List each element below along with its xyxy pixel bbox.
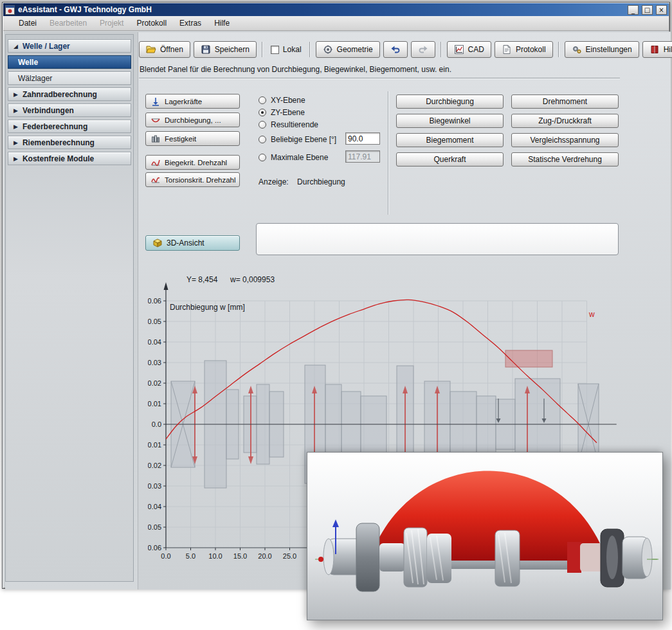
sidebar-section-kostenfreie-module[interactable]: ▶ Kostenfreie Module [8,152,131,165]
bearing-forces-icon [150,96,161,107]
radio-resultierende[interactable]: Resultierende [259,120,318,129]
maximize-button[interactable]: □ [642,5,653,15]
sidebar-section-riemenberechnung[interactable]: ▶ Riemenberechnung [8,136,131,149]
svg-text:0.01: 0.01 [148,400,161,408]
settings-gears-icon [572,44,582,55]
protokoll-button[interactable]: Protokoll [495,41,553,58]
undo-button[interactable] [383,41,408,58]
menu-item-projekt: Projekt [100,19,123,28]
result-button-biegewinkel[interactable]: Biegewinkel [396,114,504,128]
sidebar-section-label: Verbindungen [23,106,74,115]
durchbiegung-button[interactable]: Durchbiegung, ... [145,113,240,127]
protokoll-button-label: Protokoll [516,45,546,54]
menu-item-hilfe[interactable]: Hilfe [214,19,230,28]
shaft-disc [356,523,379,591]
menu-item-protokoll[interactable]: Protokoll [136,19,167,28]
sidebar-section-label: Zahnradberechnung [23,90,97,99]
toolbar-separator [309,42,311,57]
navigation-sidebar: ◢ Welle / Lager Welle Wälzlager ▶ Zahnra… [5,34,134,582]
strength-bars-icon [150,134,161,144]
cad-button-label: CAD [468,45,484,54]
lagerkraefte-button[interactable]: Lagerkräfte [145,94,240,109]
radio-maximale-ebene[interactable]: Maximale Ebene [259,153,328,162]
sidebar-section-verbindungen[interactable]: ▶ Verbindungen [8,104,131,117]
undo-icon [390,44,401,55]
horizontal-separator [139,78,620,79]
svg-text:20.0: 20.0 [258,552,271,560]
result-label: Biegewinkel [429,116,470,125]
sidebar-item-welle[interactable]: Welle [8,55,131,69]
sidebar-section-federberechnung[interactable]: ▶ Federberechnung [8,120,131,133]
empty-message-panel [256,223,619,255]
durchbiegung-label: Durchbiegung, ... [165,116,221,124]
result-button-drehmoment[interactable]: Drehmoment [511,94,619,109]
collapsed-indicator-icon: ▶ [14,91,18,98]
open-folder-icon [146,44,156,55]
status-hint-text: Blendet Panel für die Berechnung von Dur… [140,65,451,74]
menu-item-extras[interactable]: Extras [179,19,201,28]
radio-circle[interactable] [259,136,266,143]
cad-chart-icon [454,44,464,55]
sidebar-item-waelzlager[interactable]: Wälzlager [8,71,131,85]
radio-circle[interactable] [259,154,266,161]
lokal-label: Lokal [283,45,302,54]
origin-marker [318,557,323,562]
festigkeit-button[interactable]: Festigkeit [145,131,240,146]
help-button-label: Hilfe [664,45,672,54]
result-button-vergleichsspannung[interactable]: Vergleichsspannung [511,133,619,147]
result-button-durchbiegung[interactable]: Durchbiegung [396,94,504,109]
sidebar-group-welle-lager[interactable]: ◢ Welle / Lager [8,39,131,53]
deflection-curve-icon [150,115,161,125]
radio-circle[interactable] [259,96,266,104]
maximale-ebene-input [345,150,380,163]
close-button[interactable]: × [656,5,667,15]
save-floppy-icon [201,44,211,55]
redo-button[interactable] [411,41,435,58]
toolbar-separator [262,42,263,57]
torsionskrit-button[interactable]: Torsionskrit. Drehzahl [145,172,240,187]
radio-circle[interactable] [259,121,266,129]
svg-text:5.0: 5.0 [186,552,195,560]
lokal-checkbox-group[interactable]: Lokal [268,45,304,54]
result-button-statische-verdrehung[interactable]: Statische Verdrehung [511,152,619,166]
save-button[interactable]: Speichern [194,41,257,58]
report-document-icon [502,44,512,55]
3d-preview-panel[interactable] [307,452,663,620]
result-label: Vergleichsspannung [530,136,599,145]
svg-text:-0.02: -0.02 [148,462,161,469]
main-toolbar: Öffnen Speichern Lokal Geometrie CAD [139,41,672,58]
shaft-segment [379,543,405,572]
minimize-button[interactable]: _ [628,5,639,15]
result-button-zug-druckkraft[interactable]: Zug-/Druckkraft [511,114,619,128]
sidebar-item-label: Welle [18,58,38,67]
radio-zy-ebene[interactable]: ZY-Ebene [259,108,305,117]
sidebar-section-zahnradberechnung[interactable]: ▶ Zahnradberechnung [8,87,131,101]
expanded-indicator-icon: ◢ [14,43,18,50]
radio-label: Resultierende [271,120,318,129]
radio-xy-ebene[interactable]: XY-Ebene [259,96,305,105]
vertical-separator [388,91,389,215]
sidebar-item-label: Wälzlager [18,74,52,83]
lokal-checkbox[interactable] [271,46,279,54]
sidebar-section-label: Riemenberechnung [23,138,95,147]
cad-button[interactable]: CAD [447,41,491,58]
title-bar[interactable]: eAssistant - GWJ Technology GmbH _ □ × [3,3,669,16]
result-button-querkraft[interactable]: Querkraft [396,152,504,166]
torsion-critical-speed-icon [150,175,161,185]
view-3d-button[interactable]: 3D-Ansicht [145,235,240,251]
biegekrit-button[interactable]: Biegekrit. Drehzahl [145,155,240,170]
result-label: Drehmoment [543,97,587,106]
application: eAssistant - GWJ Technology GmbH _ □ × D… [0,0,672,630]
radio-label: XY-Ebene [271,96,305,105]
settings-button[interactable]: Einstellungen [565,41,639,58]
svg-text:0.0: 0.0 [152,420,161,428]
radio-beliebige-ebene[interactable]: Beliebige Ebene [°] [259,135,336,144]
open-button[interactable]: Öffnen [139,41,190,58]
beliebige-ebene-input[interactable] [345,132,380,145]
result-button-biegemoment[interactable]: Biegemoment [396,133,504,147]
menu-item-datei[interactable]: Datei [19,19,37,28]
help-button[interactable]: Hilfe [642,41,672,58]
radio-circle-selected[interactable] [259,109,266,116]
result-label: Zug-/Druckkraft [538,116,592,125]
geometrie-button[interactable]: Geometrie [316,41,380,58]
